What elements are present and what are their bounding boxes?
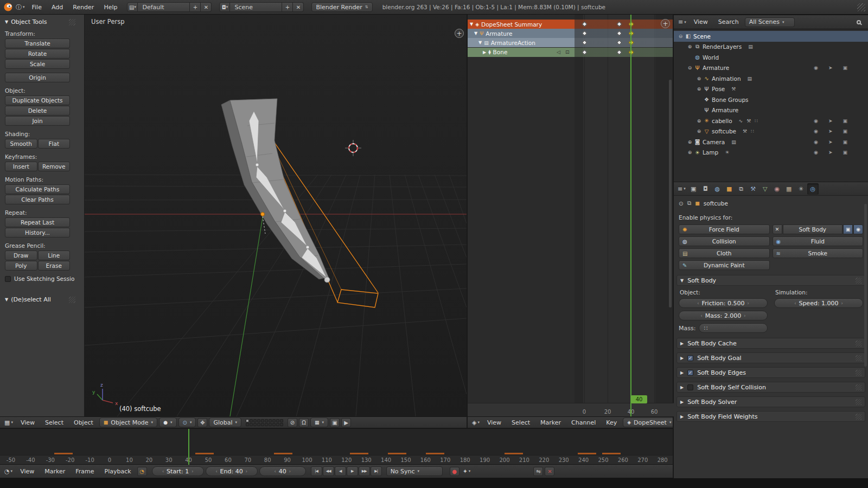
browse-scenes-icon[interactable]: ◘▾ (219, 2, 230, 12)
end-frame-field[interactable]: ‹End: 40› (206, 466, 258, 476)
outliner-row-pose[interactable]: ⊕ΨPose⚒ (674, 84, 868, 95)
manipulator-toggle[interactable]: ✥ (197, 418, 207, 427)
play-reverse-button[interactable]: ◀ (335, 466, 346, 476)
context-history-icon[interactable]: ⧉ (687, 200, 692, 207)
menu-select[interactable]: Select (507, 418, 534, 427)
outliner-row-animation[interactable]: ⊕∿Animation▤ (674, 73, 868, 84)
soft-body-solver-panel-header[interactable]: ▶Soft Body Solver (676, 396, 865, 407)
layer-cell[interactable] (246, 419, 249, 422)
layer-cell[interactable] (272, 419, 276, 422)
menu-render[interactable]: Render (68, 3, 98, 12)
auto-keyframe-record-button[interactable]: ● (450, 467, 459, 476)
modifiers-tab[interactable]: ⚒ (748, 183, 759, 195)
layer-cell[interactable] (272, 423, 276, 426)
opengl-animation-button[interactable]: ▶ (341, 418, 351, 427)
action-icon[interactable]: ▤ (748, 76, 752, 81)
grease-line-button[interactable]: Line (38, 251, 71, 260)
next-keyframe-button[interactable]: ▶▶ (359, 466, 370, 476)
object-tab[interactable]: ■ (724, 183, 735, 195)
softbody-render-toggle[interactable]: ▣ (843, 224, 853, 234)
history-button[interactable]: History... (5, 228, 70, 237)
flat-button[interactable]: Flat (38, 139, 71, 149)
keyframe-diamond[interactable] (582, 22, 587, 27)
wrench-icon[interactable]: ⚒ (743, 129, 747, 134)
restrict-select-icon[interactable]: ➤ (828, 139, 833, 145)
region-expand-icon[interactable]: + (661, 19, 670, 28)
editor-type-selector[interactable]: ◈▾ (470, 419, 481, 426)
data-tab[interactable]: ▽ (760, 183, 771, 195)
expand-icon[interactable]: ⊕ (695, 129, 703, 134)
outliner-row-softcube[interactable]: ⊕▽softcube⚒∷◉➤▣ (674, 126, 868, 137)
expand-icon[interactable]: ⊕ (695, 86, 703, 92)
region-expand-icon[interactable]: + (455, 29, 464, 38)
menu-playback[interactable]: Playback (100, 467, 136, 476)
layer-cell[interactable] (280, 423, 283, 426)
sync-markers-toggle[interactable]: ⇋ (533, 467, 543, 476)
outliner-row-scene[interactable]: ⊖◧Scene (674, 31, 868, 42)
restrict-render-icon[interactable]: ▣ (843, 139, 847, 145)
outliner-row-cabello[interactable]: ⊕✳cabello∿⚒∷◉➤▣ (674, 115, 868, 126)
menu-search[interactable]: Search (714, 17, 743, 27)
jump-end-button[interactable]: ▶| (371, 466, 382, 476)
add-screen-button[interactable]: + (190, 2, 201, 12)
dopesheet-channel-armatureaction[interactable]: ▼▤ArmatureAction (468, 38, 674, 47)
constraints-tab[interactable]: ⧉ (736, 183, 747, 195)
translate-button[interactable]: Translate (5, 38, 70, 48)
cloth-button[interactable]: ▤Cloth (679, 248, 770, 258)
eye-icon[interactable]: ◉ (814, 139, 818, 145)
screen-layout-name[interactable]: Default (138, 2, 190, 12)
deselect-all-panel-header[interactable]: ▼(De)select All (5, 296, 75, 303)
dots-icon[interactable]: ∷ (755, 118, 758, 124)
duplicate-objects-button[interactable]: Duplicate Objects (5, 95, 70, 105)
menu-key[interactable]: Key (602, 418, 621, 427)
restrict-select-icon[interactable]: ➤ (828, 118, 833, 124)
insert-keyframe-button[interactable]: Insert (5, 162, 37, 171)
keyframe-diamond[interactable] (582, 49, 587, 55)
dots-icon[interactable]: ∷ (751, 129, 754, 134)
physics-tab[interactable]: ◎ (807, 183, 819, 195)
prev-keyframe-button[interactable]: ◀◀ (323, 466, 334, 476)
search-icon[interactable] (857, 20, 861, 24)
opengl-render-button[interactable]: ▣ (330, 418, 340, 427)
layer-cell[interactable] (269, 419, 272, 422)
expand-triangle-icon[interactable]: ▼ (478, 40, 482, 45)
editor-type-selector[interactable]: ≡▾ (676, 18, 688, 25)
timeline-ruler[interactable] (0, 455, 673, 464)
add-scene-button[interactable]: + (282, 2, 293, 12)
menu-view[interactable]: View (16, 418, 39, 427)
use-sketching-checkbox[interactable] (5, 276, 11, 282)
expand-icon[interactable]: ⊕ (695, 76, 703, 81)
repeat-last-button[interactable]: Repeat Last (5, 217, 70, 227)
curve-icon[interactable]: ∿ (739, 118, 743, 124)
layer-cell[interactable] (276, 419, 279, 422)
menu-view[interactable]: View (16, 467, 39, 476)
object-tools-panel-header[interactable]: ▼Object Tools (5, 18, 75, 25)
texture-tab[interactable]: ▦ (783, 183, 795, 195)
timeline-editor[interactable]: -50-40-30-20-100102030405060708090100110… (0, 428, 673, 464)
menu-marker[interactable]: Marker (536, 418, 565, 427)
window-grip[interactable] (857, 3, 865, 11)
layer-cell[interactable] (257, 419, 260, 422)
restrict-select-icon[interactable]: ➤ (828, 150, 833, 155)
layer-cell[interactable] (265, 419, 268, 422)
particles-tab[interactable]: ✳ (795, 183, 807, 195)
layer-cell[interactable] (265, 423, 268, 426)
layer-cell[interactable] (246, 423, 249, 426)
expand-icon[interactable]: ⊕ (686, 44, 693, 49)
dopesheet-scrollbar[interactable] (669, 80, 672, 307)
render-tab[interactable]: ▣ (688, 183, 699, 195)
snap-element-selector[interactable]: ▦▾ (310, 418, 328, 427)
smooth-button[interactable]: Smooth (5, 139, 37, 149)
grease-erase-button[interactable]: Erase (38, 261, 71, 271)
keyframe-diamond[interactable] (582, 40, 587, 46)
restrict-render-icon[interactable]: ▣ (843, 65, 847, 70)
force-field-button[interactable]: ✺Force Field (679, 224, 770, 234)
menu-object[interactable]: Object (69, 418, 98, 427)
delete-button[interactable]: Delete (5, 106, 70, 115)
outliner-row-world[interactable]: ◍World (674, 52, 868, 63)
dopesheet-mode-selector[interactable]: ◈DopeSheet▾ (623, 418, 675, 427)
expand-icon[interactable]: ⊕ (686, 150, 693, 155)
sync-mode-selector[interactable]: No Sync▾ (386, 466, 443, 476)
editor-type-selector[interactable]: ◔▾ (3, 468, 14, 475)
origin-button[interactable]: Origin (5, 73, 70, 82)
